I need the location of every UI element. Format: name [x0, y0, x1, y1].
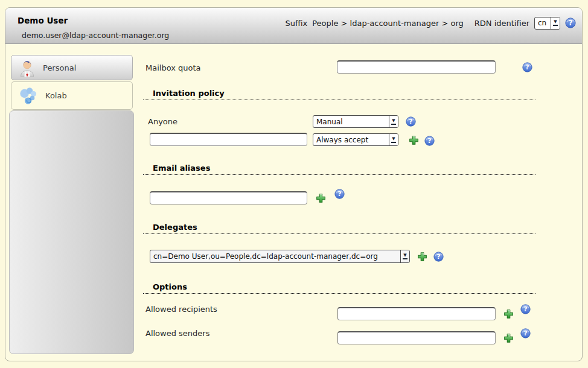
sidebar-panel [9, 110, 134, 354]
add-allowed-recipient-button[interactable] [503, 309, 514, 319]
invitation-anyone-policy-value: Manual [313, 118, 389, 126]
rdn-identifier-select[interactable]: cn ▼ [534, 17, 560, 30]
section-heading-invitation-policy: Invitation policy [143, 89, 535, 100]
allowed-recipients-label: Allowed recipients [145, 305, 217, 314]
delegates-select[interactable]: cn=Demo User,ou=People,dc=ldap-account-m… [150, 250, 410, 263]
chevron-down-icon: ▼ [551, 17, 560, 29]
user-icon [19, 59, 35, 77]
account-edit-panel: Demo User demo.user@ldap-account-manager… [5, 7, 583, 361]
tab-kolab-label: Kolab [45, 91, 67, 100]
account-title: Demo User [18, 16, 68, 25]
header-controls: Suffix People > ldap-account-manager > o… [285, 16, 576, 30]
chevron-down-icon: ▼ [389, 116, 398, 127]
account-header: Demo User demo.user@ldap-account-manager… [5, 8, 582, 44]
allowed-senders-label: Allowed senders [145, 329, 209, 338]
kolab-icon [19, 86, 37, 106]
rdn-help-icon[interactable] [565, 17, 576, 28]
tab-personal-label: Personal [43, 63, 76, 72]
email-aliases-help-icon[interactable] [334, 189, 345, 199]
add-invitation-policy-button[interactable] [409, 135, 419, 145]
allowed-recipients-help-icon[interactable] [520, 304, 531, 314]
email-alias-input[interactable] [150, 191, 307, 205]
rdn-selected-value: cn [535, 19, 551, 27]
add-delegate-button[interactable] [417, 252, 427, 262]
section-heading-email-aliases: Email aliases [143, 163, 535, 175]
invitation-new-policy-value: Always accept [313, 136, 389, 144]
mailbox-quota-help-icon[interactable] [522, 62, 532, 72]
account-email: demo.user@ldap-account-manager.org [22, 31, 169, 40]
tab-kolab[interactable]: Kolab [11, 81, 133, 110]
chevron-down-icon: ▼ [400, 250, 409, 262]
invitation-new-policy-select[interactable]: Always accept ▼ [313, 133, 398, 146]
rdn-identifier-label: RDN identifier [475, 19, 529, 28]
section-heading-delegates: Delegates [143, 223, 535, 234]
mailbox-quota-label: Mailbox quota [145, 63, 201, 72]
invitation-anyone-label: Anyone [148, 117, 177, 126]
invitation-new-help-icon[interactable] [424, 136, 435, 146]
suffix-label: Suffix [285, 19, 307, 28]
allowed-senders-input[interactable] [337, 331, 496, 344]
tab-personal[interactable]: Personal [11, 55, 133, 80]
add-allowed-sender-button[interactable] [503, 333, 514, 343]
chevron-down-icon: ▼ [389, 134, 398, 145]
invitation-new-user-input[interactable] [150, 133, 307, 146]
mailbox-quota-input[interactable] [337, 60, 496, 74]
allowed-senders-help-icon[interactable] [520, 328, 531, 338]
section-heading-options: Options [143, 282, 535, 294]
delegates-selected-value: cn=Demo User,ou=People,dc=ldap-account-m… [150, 252, 400, 261]
invitation-policy-help-icon[interactable] [406, 116, 416, 127]
suffix-breadcrumb: People > ldap-account-manager > org [312, 19, 464, 28]
delegates-help-icon[interactable] [433, 252, 444, 262]
add-email-alias-button[interactable] [316, 193, 326, 203]
invitation-anyone-policy-select[interactable]: Manual ▼ [313, 115, 398, 128]
allowed-recipients-input[interactable] [337, 307, 496, 320]
